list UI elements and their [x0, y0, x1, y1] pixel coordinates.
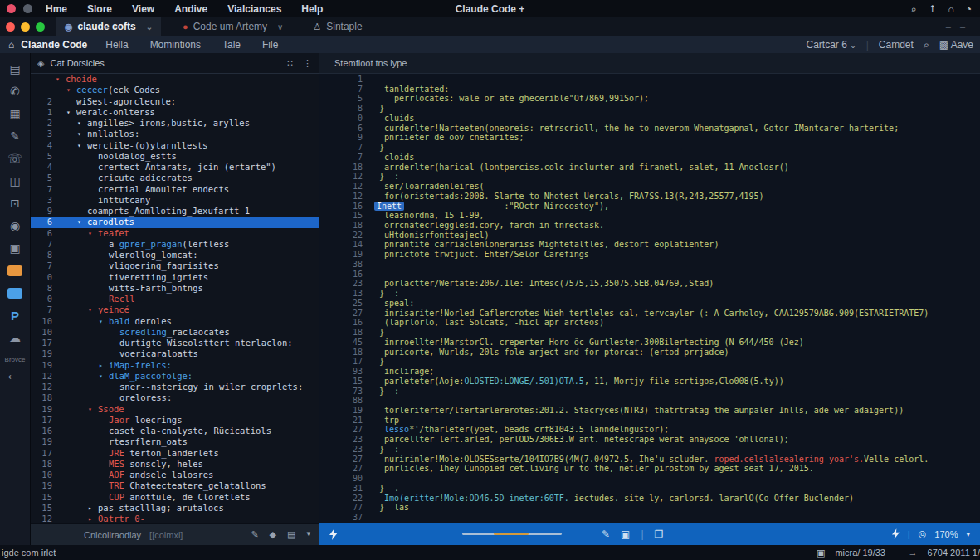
tree-row[interactable]: 8witts-Farth_bntngs [31, 283, 319, 294]
tree-expand-icon[interactable]: ▸ [88, 503, 98, 514]
zoom-level[interactable]: 170% [934, 529, 958, 539]
pencil-icon[interactable]: ✎ [602, 528, 610, 540]
tree-row[interactable]: 16caset_ela-cnalyste, Rücicatiols [31, 426, 319, 436]
tree-row[interactable]: 10AOF andsele_lalosres [31, 470, 319, 480]
toolbar-item[interactable]: Momintions [150, 39, 201, 51]
tree-row[interactable]: 8wlerollog_lomcat: [31, 250, 319, 261]
tree-row[interactable]: 5nooldalog_estts [31, 151, 319, 162]
tree-row[interactable]: 5cricute_adiccrates [31, 173, 319, 183]
tree-row[interactable]: 3▾nnllatlos: [31, 129, 319, 139]
lightning-icon[interactable] [329, 528, 338, 540]
search-chat-icon[interactable]: ◉ [7, 218, 23, 233]
tree-row[interactable]: 10scredling_raclaocates [31, 327, 319, 338]
document-icon[interactable]: ▤ [287, 529, 295, 540]
camera-icon[interactable]: ▣ [621, 528, 630, 540]
editor-tab-label[interactable]: Stemfloot tns lype [334, 58, 407, 68]
tree-expand-icon[interactable]: ▾ [66, 85, 76, 95]
blob-icon[interactable]: ▣ [7, 241, 23, 256]
tree-row[interactable]: 18oreloress: [31, 392, 319, 403]
tree-row[interactable]: 18MES sonscly, heles [31, 459, 319, 470]
tree-expand-icon[interactable]: ▾ [56, 74, 66, 85]
menu-item[interactable]: View [132, 3, 154, 15]
tree-row[interactable]: 0tiveretting_igriets [31, 272, 319, 283]
tree-row[interactable]: 7crertial Amoultet endects [31, 184, 319, 195]
menu-item[interactable]: Slore [87, 3, 112, 15]
kebab-menu-icon[interactable]: ⋮ [303, 58, 312, 69]
tree-expand-icon[interactable]: ▾ [77, 140, 87, 151]
profile-dropdown[interactable]: Cartcar 6 ⌄ [806, 39, 856, 51]
menu-item[interactable]: Andive [174, 3, 207, 15]
tree-row[interactable]: 6▾carodlots [31, 217, 319, 227]
file-tree[interactable]: ▾choide▾ceceer(eck Codes2wiSest-agorclec… [31, 74, 319, 524]
clock-icon[interactable]: ◔ [966, 3, 972, 15]
tree-expand-icon[interactable]: ▾ [88, 304, 98, 315]
toolbar-item[interactable]: Hella [105, 39, 128, 51]
chevron-down-icon[interactable]: ▾ [306, 529, 310, 540]
menu-item[interactable]: Hme [46, 3, 67, 15]
tree-row[interactable]: 2▾angilles> irons,bustic, arylles [31, 118, 319, 129]
tree-row[interactable]: 17JRE terton_landerlets [31, 448, 319, 459]
tree-row[interactable]: 12▾dlaM_paccofolge: [31, 371, 319, 382]
pencil-icon[interactable]: ✎ [251, 529, 258, 540]
tree-row[interactable]: 0Recll [31, 294, 319, 304]
tree-row[interactable]: 1▾weralc-onlterss [31, 107, 319, 118]
apple-menu-icon[interactable] [7, 4, 16, 13]
menu-item[interactable]: Help [301, 3, 323, 15]
mail-folder-icon[interactable] [7, 285, 23, 300]
back-arrow-icon[interactable]: ⟵ [7, 371, 22, 382]
lightning-icon[interactable] [892, 528, 900, 539]
tree-expand-icon[interactable]: ▾ [99, 371, 109, 382]
tree-expand-icon[interactable]: ▾ [77, 118, 87, 129]
app-dot-icon[interactable] [23, 4, 32, 13]
tree-expand-icon[interactable]: ▾ [88, 228, 98, 239]
chat-folder-icon[interactable] [7, 263, 23, 278]
chevron-down-icon[interactable]: ⌄ [146, 22, 153, 32]
tree-row[interactable]: 6▾teafet [31, 228, 319, 239]
tab-code-um-artemy[interactable]: ●Code um Artemy∨ [174, 17, 291, 36]
display-icon[interactable]: ▤ [7, 61, 23, 76]
thumb-icon[interactable]: ◆ [270, 529, 276, 540]
home-icon[interactable]: ⌂ [948, 3, 954, 15]
tree-row[interactable]: ▾ceceer(eck Codes [31, 85, 319, 95]
image-icon[interactable]: ▩ Aave [939, 39, 973, 51]
code-editor[interactable]: Stemfloot tns lype 17 tanldertated:5 per… [319, 53, 980, 545]
tree-expand-icon[interactable]: ▾ [88, 404, 98, 415]
tree-row[interactable]: 3inttutcany [31, 195, 319, 206]
toolbar-item[interactable]: Tale [222, 39, 241, 51]
tree-row[interactable]: 2wiSest-agorclecnte: [31, 96, 319, 107]
tree-expand-icon[interactable]: ▾ [99, 316, 109, 327]
tree-expand-icon[interactable]: ▾ [77, 129, 87, 139]
tree-row[interactable]: 4▾werctile-(o)ytarnllests [31, 140, 319, 151]
tree-row[interactable]: 4crertect Antarats, jcin (ertarte") [31, 162, 319, 173]
tree-row[interactable]: 7vligoering_fagrisites [31, 261, 319, 271]
tab-claude-cofts[interactable]: ◉claude cofts⌄ [56, 17, 161, 36]
tree-row[interactable]: 19rtesrflern_oats [31, 436, 319, 447]
tree-expand-icon[interactable]: ▾ [77, 217, 87, 227]
tree-row[interactable]: 19▾Ssode [31, 404, 319, 415]
chevron-down-icon[interactable]: ▾ [966, 530, 970, 538]
progress-slider[interactable] [462, 533, 562, 535]
tree-row[interactable]: 17durtigte Wiseolsttert nterlaclon: [31, 338, 319, 348]
upload-icon[interactable]: ↥ [928, 3, 936, 15]
tree-row[interactable]: 19TRE Chateecteatere_gelatallons [31, 480, 319, 491]
tab-sintaple[interactable]: ♙Sintaple [305, 17, 370, 36]
clipboard-icon[interactable]: ❐ [655, 528, 664, 540]
p-badge-icon[interactable]: P [7, 308, 23, 323]
search-icon[interactable]: ⌕ [924, 39, 929, 51]
tree-row[interactable]: 15▸pas–staclllag; arutalocs [31, 503, 319, 514]
phone-icon[interactable]: ✆ [7, 84, 23, 99]
pencil-icon[interactable]: ✎ [7, 129, 23, 144]
camdet-button[interactable]: Camdet [879, 39, 914, 51]
tree-row[interactable]: 7▾yeincé [31, 304, 319, 315]
tree-row[interactable]: 17Jaor loecrings [31, 415, 319, 426]
maximize-window-icon[interactable] [36, 22, 45, 32]
cloud-icon[interactable]: ☁ [7, 330, 23, 345]
tree-row[interactable]: 15CUP anottule, de Cloretlets [31, 492, 319, 503]
tree-row[interactable]: 7a gprer_pragan(lertless [31, 239, 319, 250]
tree-row[interactable]: ▾choide [31, 74, 319, 85]
tree-row[interactable]: 19voericaraloatts [31, 348, 319, 359]
contacts-icon[interactable]: ◫ [7, 173, 23, 188]
minimize-window-icon[interactable] [21, 22, 30, 32]
toolbar-item[interactable]: File [262, 39, 278, 51]
menu-item[interactable]: Vialciances [227, 3, 281, 15]
